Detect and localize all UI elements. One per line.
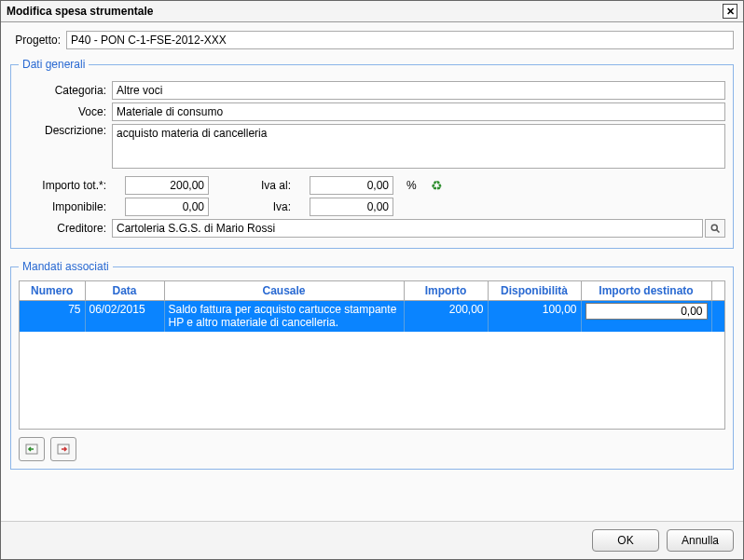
descrizione-label: Descrizione: <box>19 124 112 137</box>
arrow-left-icon <box>24 442 39 457</box>
iva-input[interactable] <box>310 198 393 216</box>
cell-spacer <box>711 301 724 332</box>
titlebar: Modifica spesa strumentale ✕ <box>1 1 743 22</box>
importo-tot-label: Importo tot.*: <box>19 179 112 192</box>
cell-numero: 75 <box>20 301 85 332</box>
fieldset-dati-generali: Dati generali Categoria: Voce: Descrizio… <box>10 58 734 249</box>
importo-tot-input[interactable] <box>125 176 209 195</box>
remove-mandato-button[interactable] <box>50 437 76 461</box>
dialog-window: Modifica spesa strumentale ✕ Progetto: D… <box>0 0 744 560</box>
content-area: Progetto: Dati generali Categoria: Voce:… <box>1 22 743 521</box>
voce-label: Voce: <box>19 105 112 118</box>
arrow-right-icon <box>56 442 71 457</box>
iva-al-input[interactable] <box>310 176 393 195</box>
imponibile-label: Imponibile: <box>19 200 112 213</box>
legend-dati-generali: Dati generali <box>19 58 89 71</box>
table-row[interactable]: 75 06/02/2015 Saldo fattura per acquisto… <box>20 301 724 332</box>
col-disponibilita[interactable]: Disponibilità <box>488 281 581 301</box>
descrizione-textarea[interactable] <box>112 124 725 169</box>
col-importo-destinato[interactable]: Importo destinato <box>581 281 711 301</box>
categoria-input[interactable] <box>112 81 725 100</box>
cell-data: 06/02/2015 <box>85 301 164 332</box>
voce-input[interactable] <box>112 102 725 121</box>
close-icon[interactable]: ✕ <box>723 4 737 19</box>
svg-point-0 <box>711 225 717 230</box>
progetto-label: Progetto: <box>10 34 66 47</box>
dialog-footer: OK Annulla <box>1 521 743 559</box>
col-numero[interactable]: Numero <box>20 281 85 301</box>
annulla-button[interactable]: Annulla <box>667 529 734 552</box>
fieldset-mandati: Mandati associati Numero Data Causale Im… <box>10 260 734 470</box>
legend-mandati: Mandati associati <box>19 260 113 273</box>
mandati-toolbar <box>19 430 725 461</box>
creditore-label: Creditore: <box>19 222 112 235</box>
creditore-input[interactable] <box>112 219 703 238</box>
refresh-icon[interactable]: ♻ <box>430 178 445 193</box>
row-progetto: Progetto: <box>10 31 734 49</box>
svg-line-1 <box>717 230 720 233</box>
iva-al-label: Iva al: <box>222 179 296 192</box>
cell-importo-destinato <box>581 301 711 332</box>
cell-causale: Saldo fattura per acquisto cartucce stam… <box>164 301 404 332</box>
cell-importo: 200,00 <box>404 301 488 332</box>
mandati-table: Numero Data Causale Importo Disponibilit… <box>19 280 725 430</box>
iva-al-suffix: % <box>406 179 417 192</box>
progetto-input[interactable] <box>66 31 734 49</box>
window-title: Modifica spesa strumentale <box>7 5 153 18</box>
table-header-row: Numero Data Causale Importo Disponibilit… <box>20 281 724 301</box>
ok-button[interactable]: OK <box>592 529 659 552</box>
col-data[interactable]: Data <box>85 281 164 301</box>
col-importo[interactable]: Importo <box>404 281 488 301</box>
importo-destinato-input[interactable] <box>586 303 708 320</box>
imponibile-input[interactable] <box>125 198 209 216</box>
iva-label: Iva: <box>222 200 296 213</box>
col-causale[interactable]: Causale <box>164 281 404 301</box>
categoria-label: Categoria: <box>19 84 112 97</box>
add-mandato-button[interactable] <box>19 437 45 461</box>
search-creditore-button[interactable] <box>705 219 725 238</box>
col-spacer <box>711 281 724 301</box>
search-icon <box>710 223 721 234</box>
cell-disponibilita: 100,00 <box>488 301 581 332</box>
